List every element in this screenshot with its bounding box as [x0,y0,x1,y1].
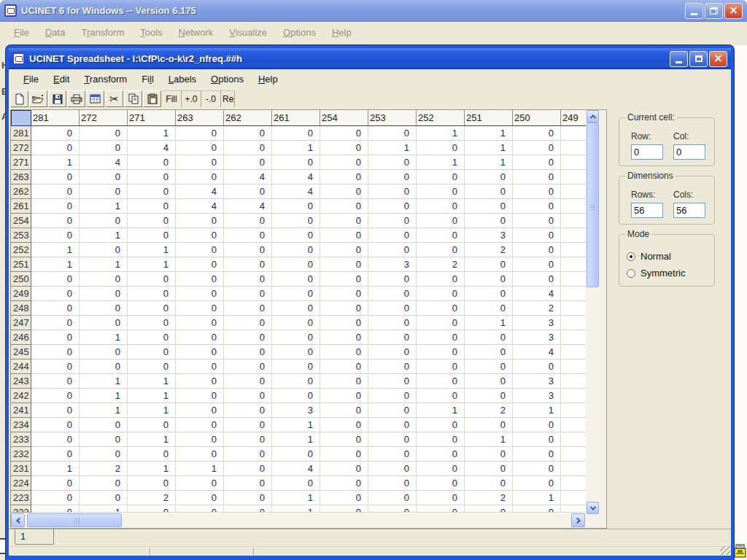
cell-245-253[interactable]: 0 [368,345,417,359]
row-header-271[interactable]: 271 [11,155,31,170]
cell-262-281[interactable]: 0 [31,184,80,199]
cell-232-251[interactable]: 0 [465,447,513,462]
cell-231-271[interactable]: 1 [128,462,176,476]
cell-222-263[interactable]: 0 [176,505,224,513]
cell-252-281[interactable]: 1 [31,243,80,257]
cell-252-263[interactable]: 0 [176,243,224,257]
cell-253-261[interactable]: 0 [272,228,320,243]
row-header-253[interactable]: 253 [11,228,31,243]
cell-246-252[interactable]: 0 [417,330,465,345]
cell-272-281[interactable]: 0 [31,141,80,155]
cell-254-249-clipped[interactable] [561,214,586,228]
cell-263-254[interactable]: 0 [320,170,368,184]
cell-249-281[interactable]: 0 [31,287,80,301]
cell-224-263[interactable]: 0 [176,476,224,491]
cell-248-249-clipped[interactable] [561,301,586,316]
cell-245-250[interactable]: 4 [513,345,561,359]
cell-247-271[interactable]: 0 [128,316,176,330]
cell-254-263[interactable]: 0 [176,214,224,228]
cell-233-254[interactable]: 0 [320,432,368,447]
cell-249-271[interactable]: 0 [128,287,176,301]
row-header-224[interactable]: 224 [11,476,31,491]
main-minimize-button[interactable] [685,3,703,19]
cell-231-250[interactable]: 0 [513,462,561,476]
cell-246-249-clipped[interactable] [561,330,586,345]
cell-242-263[interactable]: 0 [176,389,224,403]
cell-263-250[interactable]: 0 [513,170,561,184]
cell-241-262[interactable]: 0 [224,403,272,418]
cell-250-252[interactable]: 0 [417,272,465,287]
menu-item-data[interactable]: Data [37,27,73,38]
current-row-input[interactable] [631,144,663,160]
cell-241-272[interactable]: 1 [80,403,128,418]
cell-245-262[interactable]: 0 [224,345,272,359]
paste-button[interactable] [143,90,161,107]
cell-272-272[interactable]: 0 [80,141,128,155]
cell-272-263[interactable]: 0 [176,141,224,155]
cell-247-272[interactable]: 0 [80,316,128,330]
cell-234-251[interactable]: 0 [465,418,513,432]
cell-261-262[interactable]: 4 [224,199,272,214]
cell-261-272[interactable]: 1 [80,199,128,214]
vertical-scrollbar[interactable] [587,110,599,514]
cell-246-250[interactable]: 3 [513,330,561,345]
cell-245-251[interactable]: 0 [465,345,513,359]
spreadsheet-close-button[interactable]: × [709,51,727,67]
cell-272-254[interactable]: 0 [320,141,368,155]
main-close-button[interactable]: × [724,3,743,19]
cell-244-281[interactable]: 0 [31,359,80,374]
cell-233-249-clipped[interactable] [561,432,586,447]
cell-223-263[interactable]: 0 [176,491,224,505]
cell-248-261[interactable]: 0 [272,301,320,316]
cell-223-281[interactable]: 0 [31,491,80,505]
sheet-view-button[interactable] [86,90,104,107]
cell-253-250[interactable]: 0 [513,228,561,243]
row-header-251[interactable]: 251 [11,257,31,272]
row-header-233[interactable]: 233 [11,432,31,447]
cell-241-251[interactable]: 2 [465,403,513,418]
row-header-247[interactable]: 247 [11,316,31,330]
cell-252-253[interactable]: 0 [368,243,417,257]
cell-262-253[interactable]: 0 [368,184,417,199]
cell-245-271[interactable]: 0 [128,345,176,359]
cell-271-252[interactable]: 1 [417,155,465,170]
spreadsheet-maximize-button[interactable] [689,51,708,67]
cell-245-281[interactable]: 0 [31,345,80,359]
cell-247-254[interactable]: 0 [320,316,368,330]
cell-263-251[interactable]: 0 [465,170,513,184]
open-file-button[interactable] [29,90,47,107]
menu-item-options[interactable]: Options [275,27,324,38]
cell-231-251[interactable]: 0 [465,462,513,476]
scroll-down-button[interactable] [587,502,599,514]
cell-271-262[interactable]: 0 [224,155,272,170]
vertical-scrollbar-thumb[interactable] [587,122,599,287]
row-header-245[interactable]: 245 [11,345,31,359]
cell-281-251[interactable]: 1 [465,126,513,141]
cell-233-253[interactable]: 0 [368,432,417,447]
toolbar-button-+.0[interactable]: +.0 [182,90,201,107]
radio-symmetric[interactable] [627,269,635,278]
scroll-left-button[interactable] [11,513,25,527]
cell-250-254[interactable]: 0 [320,272,368,287]
column-header-261[interactable]: 261 [272,110,320,126]
cell-242-250[interactable]: 3 [513,389,561,403]
cell-241-249-clipped[interactable] [561,403,586,418]
cell-224-254[interactable]: 0 [320,476,368,491]
cell-241-263[interactable]: 0 [176,403,224,418]
cell-224-252[interactable]: 0 [417,476,465,491]
cell-224-261[interactable]: 0 [272,476,320,491]
cell-250-253[interactable]: 0 [368,272,417,287]
cell-242-253[interactable]: 0 [368,389,417,403]
column-header-253[interactable]: 253 [368,110,417,126]
cell-253-252[interactable]: 0 [417,228,465,243]
mode-option-symmetric[interactable]: Symmetric [627,268,708,279]
cell-254-272[interactable]: 0 [80,214,128,228]
cell-234-250[interactable]: 0 [513,418,561,432]
cell-223-250[interactable]: 1 [513,491,561,505]
cell-222-252[interactable]: 0 [417,505,465,513]
cell-281-253[interactable]: 0 [368,126,417,141]
cell-222-251[interactable]: 0 [465,505,513,513]
cell-250-263[interactable]: 0 [176,272,224,287]
row-header-252[interactable]: 252 [11,243,31,257]
row-header-254[interactable]: 254 [11,214,31,228]
